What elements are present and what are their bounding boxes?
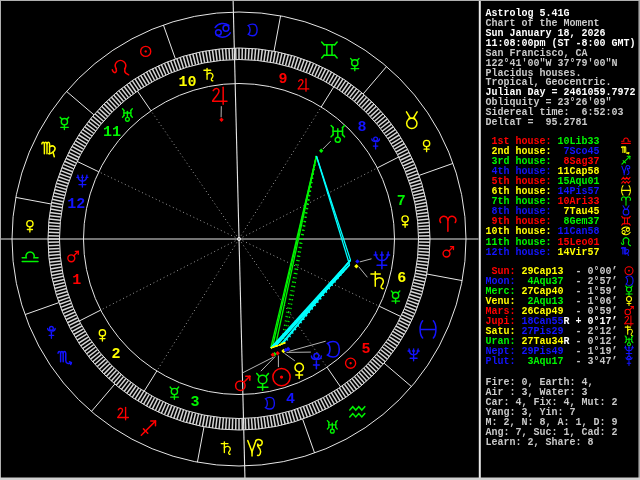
svg-text:10: 10	[178, 74, 196, 91]
svg-text:14Vir57: 14Vir57	[558, 247, 600, 258]
svg-text:Learn: 2, Share: 8: Learn: 2, Share: 8	[486, 437, 594, 448]
svg-text:5: 5	[361, 341, 370, 358]
svg-text:- 3°47’: - 3°47’	[576, 356, 618, 367]
svg-text:12th house:: 12th house:	[486, 247, 558, 258]
svg-text:3: 3	[191, 394, 200, 411]
svg-text:Plut:: Plut:	[486, 356, 522, 367]
svg-text:12: 12	[67, 196, 85, 213]
svg-text:3Aqu17: 3Aqu17	[522, 356, 564, 367]
svg-text:8: 8	[357, 119, 366, 136]
svg-text:DeltaT = 95.2781: DeltaT = 95.2781	[486, 117, 588, 128]
svg-text:4: 4	[286, 391, 295, 408]
svg-text:6: 6	[397, 270, 406, 287]
svg-text:7: 7	[397, 193, 406, 210]
svg-text:11: 11	[103, 124, 121, 141]
svg-text:9: 9	[278, 71, 287, 88]
svg-text:2: 2	[112, 346, 121, 363]
svg-text:1: 1	[72, 272, 81, 289]
